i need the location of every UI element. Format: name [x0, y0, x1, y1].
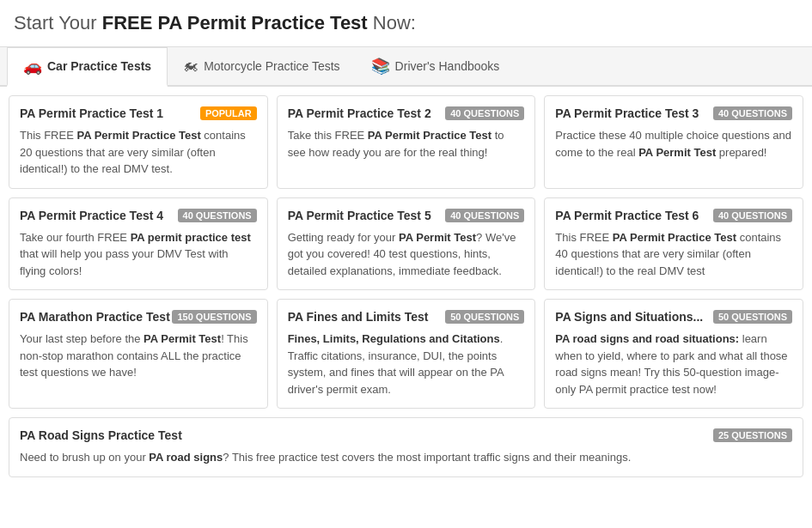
header-highlight: FREE PA Permit Practice Test [102, 12, 368, 33]
card-header-test3: PA Permit Practice Test 3 40 QUESTIONS [555, 106, 792, 120]
card-badge-marathon: 150 QUESTIONS [172, 310, 256, 324]
card-body-marathon: Your last step before the PA Permit Test… [20, 331, 257, 381]
cards-grid: PA Permit Practice Test 1 POPULAR This F… [0, 87, 812, 486]
tab-car[interactable]: 🚗 Car Practice Tests [7, 47, 168, 87]
card-body-test1: This FREE PA Permit Practice Test contai… [20, 127, 257, 178]
card-roadsigns[interactable]: PA Road Signs Practice Test 25 QUESTIONS… [9, 417, 803, 477]
tab-handbook-label: Driver's Handbooks [395, 59, 500, 73]
handbook-icon: 📚 [371, 57, 390, 76]
card-body-signs: PA road signs and road situations: learn… [555, 331, 792, 398]
header-prefix: Start Your [14, 12, 102, 33]
card-header-marathon: PA Marathon Practice Test 150 QUESTIONS [20, 310, 257, 324]
card-badge-test1: POPULAR [200, 106, 257, 120]
card-badge-test4: 40 QUESTIONS [178, 209, 257, 222]
card-badge-signs: 50 QUESTIONS [713, 310, 792, 324]
card-test6[interactable]: PA Permit Practice Test 6 40 QUESTIONS T… [544, 197, 803, 291]
card-badge-test2: 40 QUESTIONS [445, 106, 524, 120]
card-test2[interactable]: PA Permit Practice Test 2 40 QUESTIONS T… [277, 95, 536, 189]
card-body-test3: Practice these 40 multiple choice questi… [555, 127, 792, 161]
card-title-marathon: PA Marathon Practice Test [20, 310, 170, 324]
card-body-test6: This FREE PA Permit Practice Test contai… [555, 229, 792, 280]
card-title-test2: PA Permit Practice Test 2 [288, 106, 431, 120]
card-title-roadsigns: PA Road Signs Practice Test [20, 428, 182, 442]
card-header-test2: PA Permit Practice Test 2 40 QUESTIONS [288, 106, 525, 120]
card-header-test1: PA Permit Practice Test 1 POPULAR [20, 106, 257, 120]
card-title-fines: PA Fines and Limits Test [288, 310, 429, 324]
card-badge-fines: 50 QUESTIONS [445, 310, 524, 324]
card-test1[interactable]: PA Permit Practice Test 1 POPULAR This F… [9, 95, 268, 189]
tab-motorcycle[interactable]: 🏍 Motorcycle Practice Tests [168, 47, 355, 87]
card-fines[interactable]: PA Fines and Limits Test 50 QUESTIONS Fi… [277, 299, 536, 409]
card-header-test6: PA Permit Practice Test 6 40 QUESTIONS [555, 209, 792, 222]
card-badge-test5: 40 QUESTIONS [445, 209, 524, 222]
card-marathon[interactable]: PA Marathon Practice Test 150 QUESTIONS … [9, 299, 268, 409]
tab-bar: 🚗 Car Practice Tests 🏍 Motorcycle Practi… [0, 47, 812, 87]
card-title-test5: PA Permit Practice Test 5 [288, 209, 431, 222]
card-test3[interactable]: PA Permit Practice Test 3 40 QUESTIONS P… [544, 95, 803, 189]
card-header-fines: PA Fines and Limits Test 50 QUESTIONS [288, 310, 525, 324]
card-body-test2: Take this FREE PA Permit Practice Test t… [288, 127, 525, 161]
card-test5[interactable]: PA Permit Practice Test 5 40 QUESTIONS G… [277, 197, 536, 291]
card-title-signs: PA Signs and Situations... [555, 310, 703, 324]
tab-motorcycle-label: Motorcycle Practice Tests [204, 59, 339, 73]
tab-car-label: Car Practice Tests [47, 59, 151, 73]
tab-handbook[interactable]: 📚 Driver's Handbooks [356, 47, 516, 87]
card-header-signs: PA Signs and Situations... 50 QUESTIONS [555, 310, 792, 324]
card-title-test6: PA Permit Practice Test 6 [555, 209, 699, 222]
card-header-test4: PA Permit Practice Test 4 40 QUESTIONS [20, 209, 257, 222]
card-signs[interactable]: PA Signs and Situations... 50 QUESTIONS … [544, 299, 803, 409]
card-badge-test6: 40 QUESTIONS [713, 209, 792, 222]
card-body-fines: Fines, Limits, Regulations and Citations… [288, 331, 525, 398]
card-body-roadsigns: Need to brush up on your PA road signs? … [20, 449, 792, 466]
car-icon: 🚗 [23, 57, 42, 76]
card-header-roadsigns: PA Road Signs Practice Test 25 QUESTIONS [20, 428, 792, 442]
card-test4[interactable]: PA Permit Practice Test 4 40 QUESTIONS T… [9, 197, 268, 291]
card-badge-roadsigns: 25 QUESTIONS [713, 428, 792, 442]
card-title-test1: PA Permit Practice Test 1 [20, 106, 163, 120]
header-banner: Start Your FREE PA Permit Practice Test … [0, 0, 812, 47]
card-title-test3: PA Permit Practice Test 3 [555, 106, 699, 120]
card-body-test4: Take our fourth FREE PA permit practice … [20, 229, 257, 280]
card-title-test4: PA Permit Practice Test 4 [20, 209, 163, 222]
card-body-test5: Getting ready for your PA Permit Test? W… [288, 229, 525, 280]
card-badge-test3: 40 QUESTIONS [713, 106, 792, 120]
motorcycle-icon: 🏍 [183, 57, 198, 75]
header-suffix: Now: [368, 12, 416, 33]
card-header-test5: PA Permit Practice Test 5 40 QUESTIONS [288, 209, 525, 222]
